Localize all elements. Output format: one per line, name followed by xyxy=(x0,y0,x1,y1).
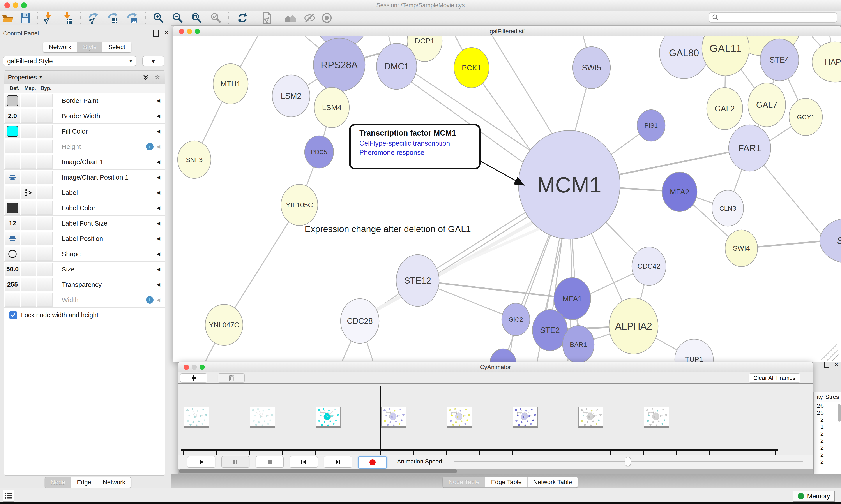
float-panel-icon[interactable] xyxy=(824,362,829,368)
network-node-YNL047C[interactable]: YNL047C xyxy=(205,304,243,345)
mapping-cell[interactable] xyxy=(21,109,36,123)
network-node-HAP2[interactable]: HAP2 xyxy=(812,42,841,82)
network-node-SNF3[interactable]: SNF3 xyxy=(178,141,211,178)
expand-row-icon[interactable]: ◀ xyxy=(157,236,160,241)
bypass-cell[interactable] xyxy=(37,170,53,184)
search-input[interactable] xyxy=(719,14,837,21)
bypass-cell[interactable] xyxy=(37,278,53,291)
network-node-GAL11[interactable]: GAL11 xyxy=(702,36,749,76)
zoom-in-icon[interactable] xyxy=(153,12,165,24)
lock-checkbox[interactable] xyxy=(9,311,17,319)
default-value-cell[interactable]: 255 xyxy=(5,278,20,291)
bypass-cell[interactable] xyxy=(37,94,53,107)
property-row-fill-color[interactable]: Fill Color◀ xyxy=(4,124,165,139)
annotation-box[interactable]: Transcription factor MCM1 Cell-type-spec… xyxy=(349,124,481,169)
default-value-cell[interactable]: 12 xyxy=(5,217,20,230)
table-scrollbar[interactable] xyxy=(838,404,841,422)
timeline-frame-5[interactable] xyxy=(513,407,538,428)
table-cell[interactable]: 2 xyxy=(813,430,825,437)
mapping-cell[interactable] xyxy=(21,232,36,245)
memory-button[interactable]: Memory xyxy=(793,491,835,502)
default-value-cell[interactable] xyxy=(5,232,20,245)
network-node-SLT2[interactable]: SLT2 xyxy=(820,218,841,263)
timeline-frame-1[interactable] xyxy=(250,407,275,428)
mapping-cell[interactable] xyxy=(21,217,36,230)
refresh-icon[interactable] xyxy=(236,12,249,24)
animation-speed-slider-handle[interactable] xyxy=(625,457,631,466)
expand-row-icon[interactable]: ◀ xyxy=(157,159,160,165)
table-cell[interactable]: 2 xyxy=(813,444,825,451)
bypass-cell[interactable] xyxy=(37,109,53,123)
property-row-shape[interactable]: Shape◀ xyxy=(4,246,165,262)
bypass-cell[interactable] xyxy=(37,155,53,168)
timeline-frame-6[interactable] xyxy=(578,407,603,428)
network-node-LSM4[interactable]: LSM4 xyxy=(314,87,349,128)
network-node-DMC1[interactable]: DMC1 xyxy=(376,43,417,89)
bypass-cell[interactable] xyxy=(37,263,53,276)
zoom-out-icon[interactable] xyxy=(172,12,184,24)
expand-row-icon[interactable]: ◀ xyxy=(157,144,160,149)
expand-row-icon[interactable]: ◀ xyxy=(157,251,160,257)
bypass-cell[interactable] xyxy=(37,201,53,215)
eye-slash-icon[interactable] xyxy=(304,12,316,24)
tab-select[interactable]: Select xyxy=(102,42,131,52)
zoom-selected-icon[interactable] xyxy=(210,12,222,24)
mapping-cell[interactable] xyxy=(21,278,36,291)
default-value-cell[interactable] xyxy=(5,94,20,107)
network-node-LSM2[interactable]: LSM2 xyxy=(272,75,310,117)
timeline-scrollbar-thumb[interactable] xyxy=(179,469,457,473)
property-row-height[interactable]: Heighti◀ xyxy=(4,139,165,154)
network-node-SWI5[interactable]: SWI5 xyxy=(573,47,610,89)
expand-row-icon[interactable]: ◀ xyxy=(157,128,160,134)
network-node-CDC42[interactable]: CDC42 xyxy=(632,247,666,286)
table-cell[interactable]: 2 xyxy=(813,416,825,423)
mapping-cell[interactable] xyxy=(21,155,36,168)
bypass-cell[interactable] xyxy=(37,140,53,153)
default-value-cell[interactable] xyxy=(5,155,20,168)
expand-row-icon[interactable]: ◀ xyxy=(157,175,160,180)
network-node-GAL80[interactable]: GAL80 xyxy=(659,36,709,78)
add-frame-button[interactable] xyxy=(180,373,207,382)
network-node-GAL7[interactable]: GAL7 xyxy=(748,83,786,127)
expand-all-icon[interactable] xyxy=(142,74,149,81)
bypass-cell[interactable] xyxy=(37,186,53,199)
bypass-cell[interactable] xyxy=(37,125,53,138)
default-value-cell[interactable] xyxy=(5,186,20,199)
network-node-ALPHA2[interactable]: ALPHA2 xyxy=(609,298,658,354)
bypass-cell[interactable] xyxy=(37,293,53,307)
panel-tab-node[interactable]: Node xyxy=(45,477,71,488)
expand-row-icon[interactable]: ◀ xyxy=(157,267,160,272)
property-row-label-color[interactable]: Label Color◀ xyxy=(4,200,165,216)
float-panel-icon[interactable] xyxy=(153,30,159,37)
bypass-cell[interactable] xyxy=(37,247,53,260)
property-row-size[interactable]: 50.0Size◀ xyxy=(4,262,165,277)
close-panel-icon[interactable]: ✕ xyxy=(834,362,839,368)
network-node-STE2[interactable]: STE2 xyxy=(532,310,568,351)
zoom-fit-icon[interactable] xyxy=(191,12,203,24)
collapse-all-icon[interactable] xyxy=(154,74,161,81)
property-row-transparency[interactable]: 255Transparency◀ xyxy=(4,277,165,292)
table-tab-network-table[interactable]: Network Table xyxy=(527,477,578,487)
timeline-frame-3[interactable] xyxy=(381,407,406,428)
network-node-cutpurple[interactable] xyxy=(490,349,516,362)
save-session-icon[interactable] xyxy=(19,12,32,24)
mapping-cell[interactable] xyxy=(21,125,36,138)
default-value-cell[interactable] xyxy=(5,247,20,260)
timeline-frame-0[interactable] xyxy=(184,407,209,428)
timeline-frame-4[interactable] xyxy=(447,407,472,428)
timeline-playhead[interactable] xyxy=(380,386,381,450)
timeline-scrollbar[interactable] xyxy=(178,469,813,474)
table-cell[interactable]: 25 xyxy=(813,409,825,416)
export-network-icon[interactable] xyxy=(88,12,100,24)
network-node-YIL105C[interactable]: YIL105C xyxy=(281,184,318,226)
mapping-cell[interactable] xyxy=(21,94,36,107)
network-node-PCK1[interactable]: PCK1 xyxy=(454,48,489,88)
network-node-CLN3[interactable]: CLN3 xyxy=(712,190,744,226)
network-node-MFA2[interactable]: MFA2 xyxy=(662,172,697,212)
expand-row-icon[interactable]: ◀ xyxy=(157,297,160,303)
mapping-cell[interactable] xyxy=(21,170,36,184)
export-table-icon[interactable] xyxy=(107,12,119,24)
property-row-border-paint[interactable]: Border Paint◀ xyxy=(4,93,165,108)
annotation-link[interactable]: Cell-type-specific transcription xyxy=(359,140,479,147)
property-row-border-width[interactable]: 2.0Border Width◀ xyxy=(4,108,165,124)
